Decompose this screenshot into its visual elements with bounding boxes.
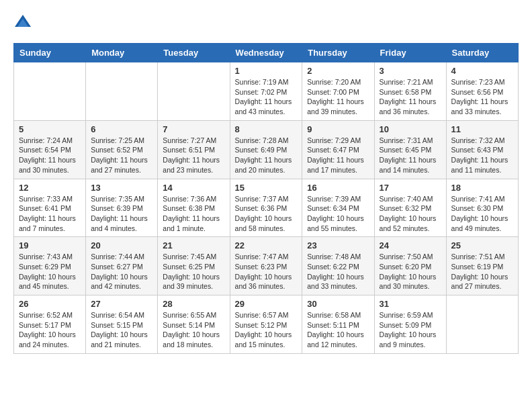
day-info: Sunrise: 7:25 AM Sunset: 6:52 PM Dayligh… (91, 136, 152, 175)
day-info: Sunrise: 7:35 AM Sunset: 6:39 PM Dayligh… (91, 194, 152, 234)
calendar-week-row: 12Sunrise: 7:33 AM Sunset: 6:41 PM Dayli… (14, 179, 519, 237)
calendar-cell: 23Sunrise: 7:48 AM Sunset: 6:22 PM Dayli… (302, 237, 374, 295)
day-number: 31 (380, 299, 441, 309)
calendar-cell: 5Sunrise: 7:24 AM Sunset: 6:54 PM Daylig… (14, 120, 86, 179)
day-info: Sunrise: 6:52 AM Sunset: 5:17 PM Dayligh… (19, 310, 81, 350)
page-header (13, 13, 519, 32)
day-number: 29 (235, 299, 298, 309)
day-info: Sunrise: 7:24 AM Sunset: 6:54 PM Dayligh… (19, 136, 81, 175)
day-number: 1 (235, 66, 298, 76)
day-number: 18 (451, 183, 513, 193)
day-info: Sunrise: 7:20 AM Sunset: 7:00 PM Dayligh… (307, 77, 369, 117)
calendar-cell: 19Sunrise: 7:43 AM Sunset: 6:29 PM Dayli… (14, 237, 86, 295)
day-number: 28 (163, 299, 224, 309)
day-info: Sunrise: 7:40 AM Sunset: 6:32 PM Dayligh… (380, 194, 441, 234)
calendar-cell: 17Sunrise: 7:40 AM Sunset: 6:32 PM Dayli… (374, 179, 446, 237)
calendar-day-header: Monday (86, 44, 158, 62)
day-info: Sunrise: 7:44 AM Sunset: 6:27 PM Dayligh… (91, 252, 152, 291)
calendar-day-header: Thursday (302, 44, 374, 62)
calendar-table: SundayMondayTuesdayWednesdayThursdayFrid… (13, 43, 519, 354)
day-number: 4 (451, 66, 513, 76)
day-info: Sunrise: 7:36 AM Sunset: 6:38 PM Dayligh… (163, 194, 224, 234)
calendar-header-row: SundayMondayTuesdayWednesdayThursdayFrid… (14, 44, 519, 62)
day-number: 15 (235, 183, 298, 193)
day-number: 9 (307, 124, 369, 134)
calendar-week-row: 5Sunrise: 7:24 AM Sunset: 6:54 PM Daylig… (14, 120, 519, 179)
calendar-cell (158, 62, 230, 121)
day-number: 22 (235, 240, 298, 250)
day-info: Sunrise: 6:54 AM Sunset: 5:15 PM Dayligh… (91, 310, 152, 350)
calendar-cell: 12Sunrise: 7:33 AM Sunset: 6:41 PM Dayli… (14, 179, 86, 237)
day-info: Sunrise: 7:19 AM Sunset: 7:02 PM Dayligh… (235, 77, 298, 117)
calendar-cell: 20Sunrise: 7:44 AM Sunset: 6:27 PM Dayli… (86, 237, 158, 295)
day-number: 3 (380, 66, 441, 76)
calendar-cell: 8Sunrise: 7:28 AM Sunset: 6:49 PM Daylig… (230, 120, 302, 179)
calendar-cell: 6Sunrise: 7:25 AM Sunset: 6:52 PM Daylig… (86, 120, 158, 179)
day-number: 11 (451, 124, 513, 134)
calendar-cell: 29Sunrise: 6:57 AM Sunset: 5:12 PM Dayli… (230, 295, 302, 354)
calendar-cell: 26Sunrise: 6:52 AM Sunset: 5:17 PM Dayli… (14, 295, 86, 354)
calendar-day-header: Wednesday (230, 44, 302, 62)
day-number: 20 (91, 240, 152, 250)
day-number: 27 (91, 299, 152, 309)
calendar-cell: 10Sunrise: 7:31 AM Sunset: 6:45 PM Dayli… (374, 120, 446, 179)
calendar-cell: 11Sunrise: 7:32 AM Sunset: 6:43 PM Dayli… (446, 120, 518, 179)
day-info: Sunrise: 7:33 AM Sunset: 6:41 PM Dayligh… (19, 194, 81, 234)
calendar-cell: 22Sunrise: 7:47 AM Sunset: 6:23 PM Dayli… (230, 237, 302, 295)
day-info: Sunrise: 7:23 AM Sunset: 6:56 PM Dayligh… (451, 77, 513, 117)
day-info: Sunrise: 7:51 AM Sunset: 6:19 PM Dayligh… (451, 252, 513, 291)
day-number: 2 (307, 66, 369, 76)
day-number: 10 (380, 124, 441, 134)
day-number: 17 (380, 183, 441, 193)
day-info: Sunrise: 7:41 AM Sunset: 6:30 PM Dayligh… (451, 194, 513, 234)
calendar-cell (14, 62, 86, 121)
calendar-day-header: Friday (374, 44, 446, 62)
day-info: Sunrise: 7:31 AM Sunset: 6:45 PM Dayligh… (380, 136, 441, 175)
logo-icon (13, 13, 32, 32)
calendar-day-header: Tuesday (158, 44, 230, 62)
calendar-cell (86, 62, 158, 121)
day-info: Sunrise: 7:37 AM Sunset: 6:36 PM Dayligh… (235, 194, 298, 234)
calendar-cell: 25Sunrise: 7:51 AM Sunset: 6:19 PM Dayli… (446, 237, 518, 295)
day-number: 6 (91, 124, 152, 134)
day-number: 21 (163, 240, 224, 250)
calendar-cell: 13Sunrise: 7:35 AM Sunset: 6:39 PM Dayli… (86, 179, 158, 237)
day-info: Sunrise: 7:27 AM Sunset: 6:51 PM Dayligh… (163, 136, 224, 175)
calendar-cell: 30Sunrise: 6:58 AM Sunset: 5:11 PM Dayli… (302, 295, 374, 354)
day-info: Sunrise: 7:29 AM Sunset: 6:47 PM Dayligh… (307, 136, 369, 175)
day-info: Sunrise: 7:28 AM Sunset: 6:49 PM Dayligh… (235, 136, 298, 175)
calendar-cell (446, 295, 518, 354)
day-info: Sunrise: 6:57 AM Sunset: 5:12 PM Dayligh… (235, 310, 298, 350)
calendar-week-row: 19Sunrise: 7:43 AM Sunset: 6:29 PM Dayli… (14, 237, 519, 295)
day-info: Sunrise: 7:43 AM Sunset: 6:29 PM Dayligh… (19, 252, 81, 291)
day-number: 25 (451, 240, 513, 250)
day-number: 14 (163, 183, 224, 193)
calendar-cell: 7Sunrise: 7:27 AM Sunset: 6:51 PM Daylig… (158, 120, 230, 179)
day-info: Sunrise: 7:47 AM Sunset: 6:23 PM Dayligh… (235, 252, 298, 291)
calendar-day-header: Saturday (446, 44, 518, 62)
calendar-cell: 14Sunrise: 7:36 AM Sunset: 6:38 PM Dayli… (158, 179, 230, 237)
day-info: Sunrise: 6:58 AM Sunset: 5:11 PM Dayligh… (307, 310, 369, 350)
calendar-cell: 27Sunrise: 6:54 AM Sunset: 5:15 PM Dayli… (86, 295, 158, 354)
day-number: 30 (307, 299, 369, 309)
logo (13, 13, 35, 32)
day-info: Sunrise: 7:32 AM Sunset: 6:43 PM Dayligh… (451, 136, 513, 175)
calendar-cell: 16Sunrise: 7:39 AM Sunset: 6:34 PM Dayli… (302, 179, 374, 237)
calendar-cell: 24Sunrise: 7:50 AM Sunset: 6:20 PM Dayli… (374, 237, 446, 295)
day-info: Sunrise: 6:55 AM Sunset: 5:14 PM Dayligh… (163, 310, 224, 350)
day-number: 5 (19, 124, 81, 134)
day-number: 8 (235, 124, 298, 134)
calendar-cell: 18Sunrise: 7:41 AM Sunset: 6:30 PM Dayli… (446, 179, 518, 237)
day-number: 7 (163, 124, 224, 134)
calendar-week-row: 1Sunrise: 7:19 AM Sunset: 7:02 PM Daylig… (14, 62, 519, 121)
calendar-cell: 31Sunrise: 6:59 AM Sunset: 5:09 PM Dayli… (374, 295, 446, 354)
calendar-cell: 21Sunrise: 7:45 AM Sunset: 6:25 PM Dayli… (158, 237, 230, 295)
calendar-cell: 3Sunrise: 7:21 AM Sunset: 6:58 PM Daylig… (374, 62, 446, 121)
day-info: Sunrise: 7:50 AM Sunset: 6:20 PM Dayligh… (380, 252, 441, 291)
calendar-cell: 9Sunrise: 7:29 AM Sunset: 6:47 PM Daylig… (302, 120, 374, 179)
day-info: Sunrise: 7:48 AM Sunset: 6:22 PM Dayligh… (307, 252, 369, 291)
day-info: Sunrise: 7:21 AM Sunset: 6:58 PM Dayligh… (380, 77, 441, 117)
day-number: 12 (19, 183, 81, 193)
day-info: Sunrise: 7:45 AM Sunset: 6:25 PM Dayligh… (163, 252, 224, 291)
day-info: Sunrise: 7:39 AM Sunset: 6:34 PM Dayligh… (307, 194, 369, 234)
